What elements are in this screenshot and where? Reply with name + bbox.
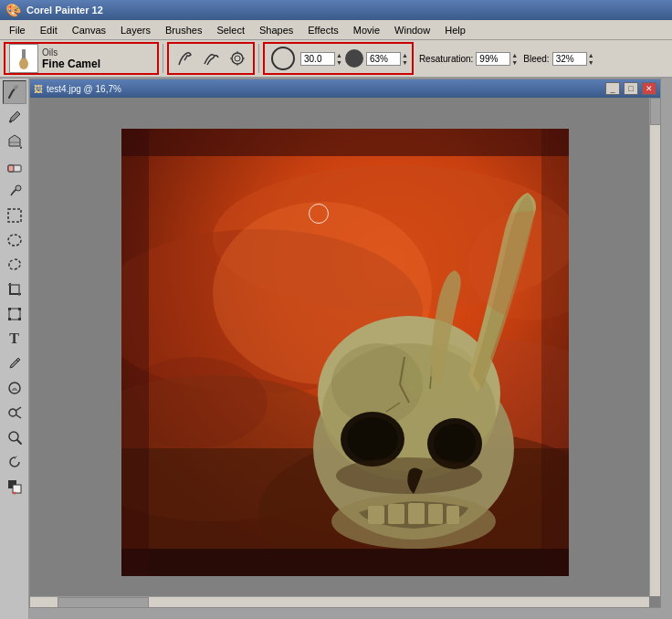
toolbar: Oils Fine Camel xyxy=(0,40,672,79)
pen-tool-btn[interactable] xyxy=(3,351,26,375)
document-titlebar: 🖼 test4.jpg @ 16,7% _ □ ✕ xyxy=(30,79,660,98)
svg-point-46 xyxy=(336,457,482,494)
transform-tool-btn[interactable] xyxy=(3,302,26,326)
resaturation-spinner[interactable]: ▲ ▼ xyxy=(511,52,518,66)
bleed-up-arrow[interactable]: ▲ xyxy=(588,52,594,58)
menu-effects[interactable]: Effects xyxy=(300,23,345,37)
maximize-button[interactable]: □ xyxy=(624,82,638,95)
resaturation-group: Resaturation: 99% ▲ ▼ xyxy=(419,52,518,66)
dropper-tool-btn[interactable] xyxy=(3,105,26,129)
menu-window[interactable]: Window xyxy=(387,23,437,37)
size-value-display[interactable]: 30.0 xyxy=(300,52,335,66)
app-title: Corel Painter 12 xyxy=(26,5,667,16)
svg-point-5 xyxy=(272,47,294,69)
opacity-input-group: 63% ▲ ▼ xyxy=(366,52,408,66)
menu-canvas[interactable]: Canvas xyxy=(65,23,113,37)
menu-file[interactable]: File xyxy=(2,23,33,37)
menu-shapes[interactable]: Shapes xyxy=(252,23,300,37)
painting-canvas[interactable] xyxy=(121,129,569,576)
svg-rect-51 xyxy=(121,549,569,576)
svg-rect-15 xyxy=(18,308,21,310)
svg-rect-17 xyxy=(18,318,21,320)
bleed-spinner[interactable]: ▲ ▼ xyxy=(588,52,594,66)
vertical-scrollbar[interactable] xyxy=(649,98,660,596)
svg-point-23 xyxy=(13,492,16,495)
document-content[interactable] xyxy=(30,98,660,607)
menu-edit[interactable]: Edit xyxy=(33,23,65,37)
magnifier-tool-btn[interactable] xyxy=(3,425,26,449)
brush-info: Oils Fine Camel xyxy=(42,47,100,70)
opacity-spinner[interactable]: ▲ ▼ xyxy=(402,52,408,66)
bleed-group: Bleed: 32% ▲ ▼ xyxy=(523,52,593,66)
document-window: 🖼 test4.jpg @ 16,7% _ □ ✕ xyxy=(29,79,661,608)
size-controls: 30.0 ▲ ▼ 63% ▲ ▼ xyxy=(263,42,414,75)
rotate-tool-btn[interactable] xyxy=(3,450,26,474)
menu-layers[interactable]: Layers xyxy=(113,23,158,37)
menu-bar: File Edit Canvas Layers Brushes Select S… xyxy=(0,20,672,40)
smear-tool-btn[interactable] xyxy=(3,179,26,203)
size-down-arrow[interactable]: ▼ xyxy=(336,59,342,66)
opacity-value-display[interactable]: 63% xyxy=(366,52,401,66)
size-input-group: 30.0 ▲ ▼ xyxy=(300,52,342,66)
vertical-scroll-thumb[interactable] xyxy=(650,98,661,125)
main-area: T xyxy=(0,79,672,619)
resaturation-input-group: 99% ▲ ▼ xyxy=(476,52,518,66)
brush-variant-icon-2[interactable] xyxy=(199,47,223,70)
svg-rect-50 xyxy=(121,129,569,156)
color-tool-btn[interactable] xyxy=(3,475,26,498)
menu-help[interactable]: Help xyxy=(437,23,473,37)
separator-2 xyxy=(258,44,259,73)
blend-tool-btn[interactable] xyxy=(3,376,26,400)
rect-select-btn[interactable] xyxy=(3,204,26,227)
paint-bucket-btn[interactable] xyxy=(3,130,26,153)
svg-rect-2 xyxy=(21,58,26,62)
svg-rect-11 xyxy=(8,209,21,222)
brush-preview xyxy=(9,44,38,73)
bleed-value[interactable]: 32% xyxy=(552,52,587,66)
brush-category: Oils xyxy=(42,47,100,58)
brush-controls xyxy=(167,42,255,75)
minimize-button[interactable]: _ xyxy=(605,82,620,95)
document-icon: 🖼 xyxy=(34,84,43,94)
crop-tool-btn[interactable] xyxy=(3,278,26,301)
resat-up-arrow[interactable]: ▲ xyxy=(511,52,518,58)
svg-rect-9 xyxy=(8,165,14,172)
document-title: test4.jpg @ 16,7% xyxy=(47,84,602,94)
horizontal-scroll-thumb[interactable] xyxy=(58,597,149,608)
brush-selector[interactable]: Oils Fine Camel xyxy=(4,42,159,75)
resat-down-arrow[interactable]: ▼ xyxy=(511,59,518,66)
svg-point-10 xyxy=(16,185,21,191)
bleed-input-group: 32% ▲ ▼ xyxy=(552,52,594,66)
menu-movie[interactable]: Movie xyxy=(346,23,387,37)
svg-rect-16 xyxy=(8,318,11,320)
clone-tool-btn[interactable] xyxy=(3,401,26,425)
canvas-area[interactable]: 🖼 test4.jpg @ 16,7% _ □ ✕ xyxy=(29,79,672,619)
svg-point-40 xyxy=(434,424,476,464)
ellipse-select-btn[interactable] xyxy=(3,228,26,252)
brush-name: Fine Camel xyxy=(42,58,100,70)
svg-point-38 xyxy=(347,417,398,461)
menu-select[interactable]: Select xyxy=(209,23,252,37)
horizontal-scrollbar[interactable] xyxy=(30,596,649,607)
bleed-label: Bleed: xyxy=(523,54,549,64)
brush-variant-icon-3[interactable] xyxy=(226,47,249,70)
size-spinner[interactable]: ▲ ▼ xyxy=(336,52,342,66)
bleed-down-arrow[interactable]: ▼ xyxy=(588,59,594,66)
resaturation-value[interactable]: 99% xyxy=(476,52,510,66)
brush-variant-icon-1[interactable] xyxy=(173,47,196,70)
svg-point-47 xyxy=(331,494,496,549)
svg-point-12 xyxy=(8,235,21,246)
opacity-down-arrow[interactable]: ▼ xyxy=(402,59,408,66)
menu-brushes[interactable]: Brushes xyxy=(158,23,209,37)
eraser-tool-btn[interactable] xyxy=(3,154,26,178)
size-circle-icon xyxy=(268,44,298,73)
opacity-up-arrow[interactable]: ▲ xyxy=(402,52,408,58)
svg-point-19 xyxy=(9,409,16,416)
text-tool-btn[interactable]: T xyxy=(3,327,26,351)
close-button[interactable]: ✕ xyxy=(642,82,656,95)
lasso-select-btn[interactable] xyxy=(3,253,26,277)
brush-tool-btn[interactable] xyxy=(3,80,26,104)
svg-rect-14 xyxy=(8,308,11,310)
size-up-arrow[interactable]: ▲ xyxy=(336,52,342,58)
app-icon: 🎨 xyxy=(5,3,21,17)
